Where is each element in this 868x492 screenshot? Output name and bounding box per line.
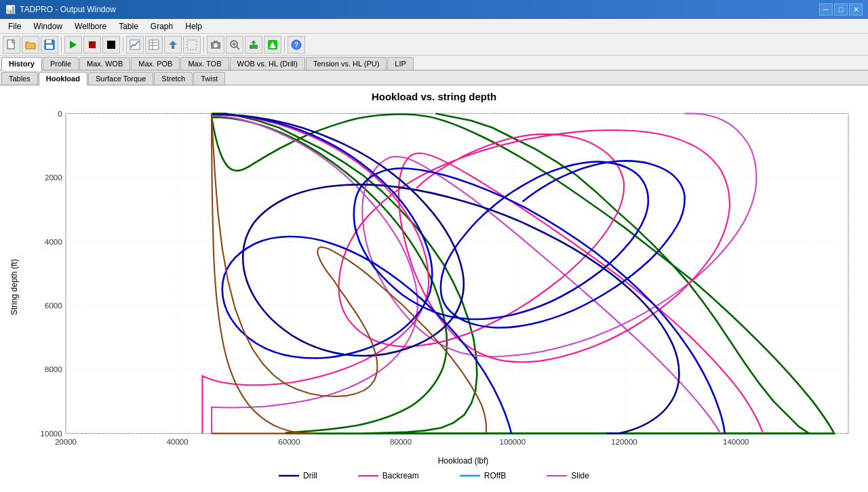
svg-point-15 — [214, 43, 218, 47]
menu-graph[interactable]: Graph — [145, 20, 178, 33]
toolbar-btn-zoom[interactable] — [226, 36, 243, 54]
tab-tables[interactable]: Tables — [1, 72, 38, 85]
backream-legend-line — [358, 473, 378, 478]
menu-bar: File Window Wellbore Table Graph Help — [0, 19, 868, 34]
svg-rect-2 — [46, 40, 52, 43]
tab-hookload[interactable]: Hookload — [39, 72, 87, 85]
toolbar-btn-0[interactable] — [3, 36, 20, 54]
svg-text:80000: 80000 — [390, 438, 412, 446]
legend-item-roffb: ROffB — [460, 471, 506, 480]
svg-marker-22 — [251, 40, 256, 45]
svg-text:20000: 20000 — [55, 438, 77, 446]
toolbar: ? — [0, 34, 868, 56]
backream-label: Backream — [382, 471, 419, 480]
tab-stretch[interactable]: Stretch — [154, 72, 193, 85]
minimize-button[interactable]: ─ — [819, 3, 833, 16]
svg-text:0: 0 — [58, 110, 62, 118]
tab-history[interactable]: History — [1, 57, 42, 70]
tab-tension-hl-pu[interactable]: Tension vs. HL (PU) — [306, 57, 387, 70]
title-bar: 📊 TADPRO - Output Window ─ □ ✕ — [0, 0, 868, 19]
close-button[interactable]: ✕ — [849, 3, 863, 16]
svg-marker-4 — [70, 41, 77, 49]
window-controls: ─ □ ✕ — [819, 3, 863, 16]
toolbar-sep-2 — [123, 37, 123, 53]
toolbar-btn-run[interactable] — [64, 36, 82, 54]
roffb-legend-line — [460, 473, 480, 478]
svg-rect-3 — [46, 45, 53, 49]
tab-row-2: Tables Hookload Surface Torque Stretch T… — [0, 70, 868, 85]
window-title: TADPRO - Output Window — [20, 5, 116, 14]
svg-text:40000: 40000 — [167, 438, 189, 446]
svg-text:140000: 140000 — [723, 438, 749, 446]
toolbar-btn-camera[interactable] — [207, 36, 224, 54]
svg-rect-5 — [89, 41, 96, 48]
toolbar-btn-1[interactable] — [22, 36, 39, 54]
toolbar-btn-2[interactable] — [41, 36, 58, 54]
toolbar-btn-graph[interactable] — [126, 36, 144, 54]
toolbar-btn-stop[interactable] — [83, 36, 101, 54]
svg-rect-6 — [107, 41, 115, 49]
toolbar-btn-table[interactable] — [145, 36, 163, 54]
menu-window[interactable]: Window — [28, 20, 68, 33]
toolbar-sep-4 — [284, 37, 285, 53]
tab-max-pob[interactable]: Max. POB — [131, 57, 180, 70]
chart-svg: 0 2000 4000 6000 8000 10000 20000 40000 … — [23, 106, 863, 455]
tab-max-tob[interactable]: Max. TOB — [180, 57, 229, 70]
legend: Drill Backream ROffB Slide SO — [5, 468, 863, 492]
maximize-button[interactable]: □ — [834, 3, 848, 16]
app-icon: 📊 — [5, 5, 16, 14]
chart-area: String depth (ft) — [5, 106, 863, 468]
tab-profile[interactable]: Profile — [43, 57, 79, 70]
tab-max-wob[interactable]: Max. WOB — [79, 57, 130, 70]
menu-file[interactable]: File — [3, 20, 26, 33]
svg-rect-27 — [66, 113, 848, 433]
menu-table[interactable]: Table — [113, 20, 144, 33]
legend-item-drill: Drill — [279, 471, 317, 480]
svg-text:?: ? — [294, 41, 298, 49]
svg-text:4000: 4000 — [45, 238, 62, 246]
tab-row-1: History Profile Max. WOB Max. POB Max. T… — [0, 56, 868, 70]
svg-text:100000: 100000 — [500, 438, 526, 446]
roffb-label: ROffB — [484, 471, 506, 480]
drill-legend-line — [279, 473, 299, 478]
toolbar-sep-1 — [61, 37, 62, 53]
svg-rect-16 — [214, 41, 218, 43]
svg-text:10000: 10000 — [41, 430, 62, 438]
svg-text:120000: 120000 — [611, 438, 637, 446]
toolbar-btn-export[interactable] — [245, 36, 262, 54]
main-content: Hookload vs. string depth String depth (… — [0, 85, 868, 492]
toolbar-sep-3 — [203, 37, 204, 53]
tab-lip[interactable]: LIP — [387, 57, 414, 70]
toolbar-btn-arrow[interactable] — [164, 36, 182, 54]
svg-text:2000: 2000 — [45, 173, 62, 182]
tab-twist[interactable]: Twist — [193, 72, 225, 85]
svg-rect-8 — [149, 40, 159, 49]
toolbar-btn-select[interactable] — [183, 36, 201, 54]
legend-item-backream: Backream — [358, 471, 419, 480]
toolbar-btn-black[interactable] — [102, 36, 120, 54]
slide-legend-line — [547, 473, 567, 478]
toolbar-btn-help[interactable]: ? — [288, 36, 305, 54]
title-bar-left: 📊 TADPRO - Output Window — [5, 5, 116, 14]
svg-text:6000: 6000 — [45, 302, 62, 310]
menu-help[interactable]: Help — [180, 20, 208, 33]
svg-marker-12 — [169, 41, 177, 49]
menu-wellbore[interactable]: Wellbore — [69, 20, 112, 33]
toolbar-btn-green[interactable] — [264, 36, 281, 54]
svg-line-18 — [237, 47, 239, 49]
drill-label: Drill — [303, 471, 317, 480]
svg-rect-13 — [187, 40, 197, 49]
y-axis-label: String depth (ft) — [5, 106, 23, 468]
legend-item-slide: Slide — [547, 471, 589, 480]
tab-wob-hl-drill[interactable]: WOB vs. HL (Drill) — [230, 57, 305, 70]
svg-text:60000: 60000 — [278, 438, 300, 446]
slide-label: Slide — [571, 471, 589, 480]
svg-text:8000: 8000 — [45, 365, 62, 373]
x-axis-label: Hookload (lbf) — [23, 455, 863, 468]
tab-surface-torque[interactable]: Surface Torque — [88, 72, 153, 85]
chart-title: Hookload vs. string depth — [5, 91, 863, 102]
